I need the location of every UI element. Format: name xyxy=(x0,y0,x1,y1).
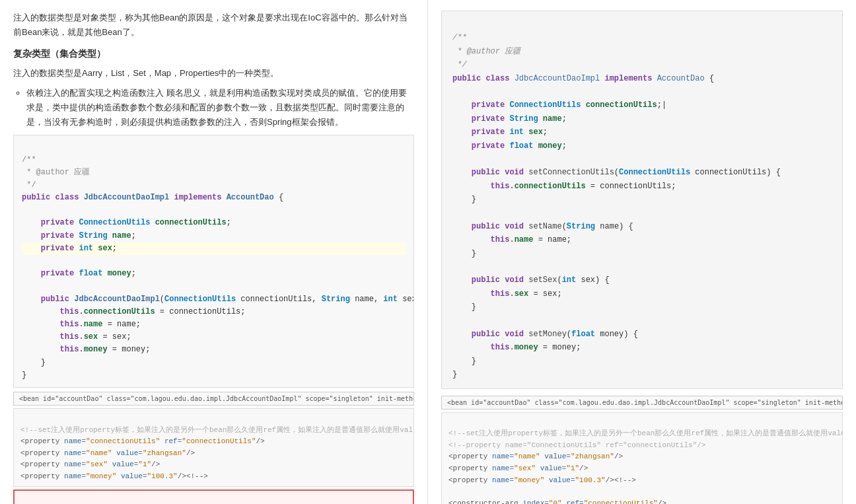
xml-bean-tag-left: <bean id="accountDao" class="com.lagou.e… xyxy=(13,392,414,406)
xml-property-block-right: <!--set注入使用property标签，如果注入的是另外一个bean那么久使… xyxy=(441,412,843,504)
bullet-constructor: 依赖注入的配置实现之构造函数注入 顾名思义，就是利用构造函数实现对类成员的赋值。… xyxy=(26,86,414,129)
compound-desc: 注入的数据类型是Aarry，List，Set，Map，Properties中的一… xyxy=(13,66,414,81)
left-panel: 注入的数据类型是对象类型，称为其他Bean的原因是，这个对象是要求出现在IoC容… xyxy=(0,0,428,504)
xml-bean-tag-right: <bean id="accountDao" class="com.lagou.e… xyxy=(441,396,843,410)
right-panel: /** * @author 应疆 */ public class JdbcAcc… xyxy=(428,0,856,504)
xml-constructor-block-left: <!--constructor-arg index="0" ref="conne… xyxy=(13,489,414,504)
java-code-block-left: /** * @author 应疆 */ public class JdbcAcc… xyxy=(13,135,414,388)
xml-property-block-left: <!--set注入使用property标签，如果注入的是另外一个bean那么久使… xyxy=(13,408,414,487)
java-code-block-right: /** * @author 应疆 */ public class JdbcAcc… xyxy=(441,11,843,389)
intro-text: 注入的数据类型是对象类型，称为其他Bean的原因是，这个对象是要求出现在IoC容… xyxy=(13,11,414,40)
compound-section-title: 复杂类型（集合类型） xyxy=(13,46,414,62)
